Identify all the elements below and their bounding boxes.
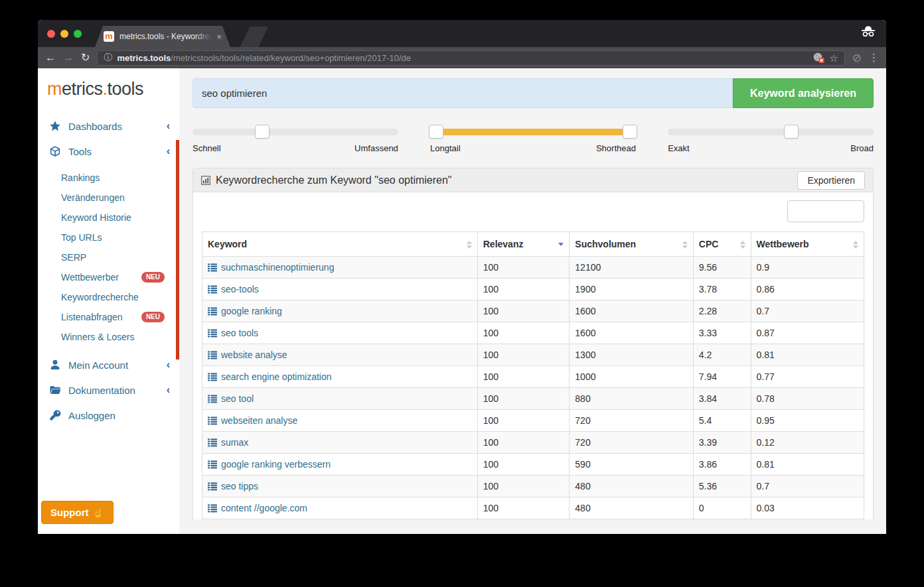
- sort-asc-icon: [740, 241, 745, 244]
- suchvolumen-cell: 1300: [570, 344, 693, 366]
- suchvolumen-cell: 720: [570, 432, 693, 454]
- sidebar-item-serp[interactable]: SERP: [38, 247, 179, 267]
- table-row: suchmaschinenoptimierung100121009.560.9: [202, 257, 864, 279]
- cpc-cell: 4.2: [693, 344, 751, 366]
- table-row: google ranking10016002.280.7: [202, 300, 864, 322]
- sort-icons[interactable]: [558, 243, 564, 246]
- column-header-cpc[interactable]: CPC: [693, 232, 751, 257]
- wettbewerb-cell: 0.12: [751, 432, 864, 454]
- export-button[interactable]: Exportieren: [797, 171, 865, 190]
- keyword-link[interactable]: seo-tools: [221, 284, 259, 294]
- browser-tab[interactable]: m metrics.tools - Keywordrecher ×: [86, 26, 240, 47]
- tail-slider-handle-left[interactable]: [429, 125, 443, 139]
- support-button[interactable]: Support ☝: [41, 501, 114, 524]
- sidebar-item-keyword-historie[interactable]: Keyword Historie: [38, 208, 179, 228]
- keyword-link[interactable]: google ranking verbessern: [221, 459, 331, 470]
- keyword-analyze-button[interactable]: Keyword analysieren: [733, 78, 874, 108]
- back-icon[interactable]: ←: [45, 52, 56, 63]
- sidebar-item-mein-account[interactable]: Mein Account ‹: [38, 352, 179, 377]
- address-bar[interactable]: ⓘ metrics.tools/metricstools/tools/relat…: [97, 50, 844, 66]
- keyword-table: KeywordRelevanzSuchvolumenCPCWettbewerb …: [202, 231, 864, 519]
- keyword-link[interactable]: sumax: [221, 437, 248, 448]
- browser-window: m metrics.tools - Keywordrecher × ← → ↻ …: [38, 20, 886, 534]
- wettbewerb-cell: 0.95: [751, 410, 864, 432]
- keyword-link[interactable]: webseiten analyse: [221, 415, 297, 426]
- cpc-cell: 3.78: [693, 279, 751, 300]
- keyword-link[interactable]: google ranking: [221, 306, 282, 316]
- column-header-suchvolumen[interactable]: Suchvolumen: [570, 232, 693, 257]
- sidebar-item-winners-losers[interactable]: Winners & Losers: [38, 327, 179, 347]
- sidebar-item-ausloggen[interactable]: Ausloggen: [38, 403, 179, 428]
- match-slider-handle[interactable]: [784, 125, 799, 139]
- cpc-cell: 0: [693, 497, 751, 519]
- keyword-link[interactable]: search engine optimization: [221, 371, 332, 382]
- column-header-keyword[interactable]: Keyword: [202, 232, 478, 257]
- sort-desc-icon: [740, 245, 745, 249]
- forward-icon[interactable]: →: [63, 52, 74, 63]
- column-label: Relevanz: [483, 239, 524, 249]
- new-tab-button[interactable]: [240, 27, 268, 47]
- tail-slider-track[interactable]: [430, 129, 636, 135]
- minimize-window-button[interactable]: [60, 30, 68, 38]
- slider-label-umfassend: Umfassend: [354, 143, 398, 153]
- cookie-blocked-icon[interactable]: [813, 52, 824, 63]
- keyword-link[interactable]: suchmaschinenoptimierung: [221, 262, 334, 273]
- page-info-icon[interactable]: ⓘ: [104, 52, 112, 64]
- table-row: seo tool1008803.840.78: [202, 388, 864, 410]
- sidebar-item-top-urls[interactable]: Top URLs: [38, 228, 179, 247]
- sidebar-item-label: Mein Account: [68, 359, 128, 371]
- bookmark-star-icon[interactable]: ☆: [829, 53, 838, 63]
- keyword-link[interactable]: seo tool: [221, 393, 254, 404]
- chevron-left-icon: ‹: [167, 385, 170, 395]
- relevanz-cell: 100: [477, 279, 570, 300]
- table-row: webseiten analyse1007205.40.95: [202, 410, 864, 432]
- keyword-cell: seo tool: [202, 388, 478, 410]
- sidebar-item-dashboards[interactable]: Dashboards ‹: [38, 113, 179, 139]
- sidebar-item-rankings[interactable]: Rankings: [38, 168, 179, 188]
- sort-asc-icon: [853, 241, 858, 244]
- speed-slider-track[interactable]: [193, 129, 398, 135]
- content-blocked-icon[interactable]: ⊘: [852, 52, 862, 64]
- reload-icon[interactable]: ↻: [81, 52, 90, 63]
- sort-icons[interactable]: [853, 241, 858, 249]
- sidebar-item-listenabfragen[interactable]: ListenabfragenNEU: [38, 307, 179, 327]
- keyword-link[interactable]: website analyse: [221, 350, 287, 360]
- sidebar-item-label: Dokumentation: [68, 385, 135, 396]
- sort-icons[interactable]: [740, 241, 745, 249]
- tail-slider-handle-right[interactable]: [623, 125, 637, 139]
- keyword-link[interactable]: seo tipps: [221, 481, 258, 491]
- sidebar-item-keywordrecherche[interactable]: Keywordrecherche: [38, 287, 179, 307]
- keyword-link[interactable]: content //google.com: [221, 503, 307, 513]
- sort-asc-icon: [682, 241, 688, 244]
- window-controls: [47, 30, 82, 38]
- match-slider-track[interactable]: [668, 129, 874, 135]
- folder-icon: [49, 384, 61, 396]
- column-header-wettbewerb[interactable]: Wettbewerb: [751, 232, 864, 257]
- browser-menu-icon[interactable]: ⋮: [869, 52, 879, 64]
- app-logo[interactable]: metrics.tools: [38, 68, 179, 99]
- table-filter-input[interactable]: [787, 200, 864, 222]
- table-row: search engine optimization10010007.940.7…: [202, 366, 864, 388]
- column-header-relevanz[interactable]: Relevanz: [477, 232, 570, 257]
- star-icon: [49, 120, 61, 132]
- sort-icons[interactable]: [682, 241, 688, 249]
- sidebar-item-tools[interactable]: Tools ‹: [38, 139, 179, 164]
- sidebar-item-dokumentation[interactable]: Dokumentation ‹: [38, 377, 179, 403]
- tools-submenu: RankingsVeränderungenKeyword HistorieTop…: [38, 164, 179, 352]
- keyword-list-icon: [208, 373, 217, 381]
- table-row: content //google.com10048000.03: [202, 497, 864, 519]
- tail-slider: Longtail Shorthead: [430, 129, 636, 153]
- cpc-cell: 7.94: [693, 366, 751, 388]
- keyword-search-input[interactable]: [193, 78, 733, 108]
- sidebar-item-wettbewerber[interactable]: WettbewerberNEU: [38, 267, 179, 287]
- sidebar-item-label: Listenabfragen: [61, 312, 123, 322]
- relevanz-cell: 100: [477, 322, 570, 344]
- chevron-left-icon: ‹: [167, 147, 170, 156]
- keyword-link[interactable]: seo tools: [221, 328, 258, 338]
- sidebar-item-ver-nderungen[interactable]: Veränderungen: [38, 188, 179, 208]
- zoom-window-button[interactable]: [74, 30, 82, 38]
- speed-slider-handle[interactable]: [255, 125, 270, 139]
- close-window-button[interactable]: [47, 30, 55, 38]
- sort-icons[interactable]: [467, 241, 472, 249]
- close-tab-icon[interactable]: ×: [216, 33, 222, 41]
